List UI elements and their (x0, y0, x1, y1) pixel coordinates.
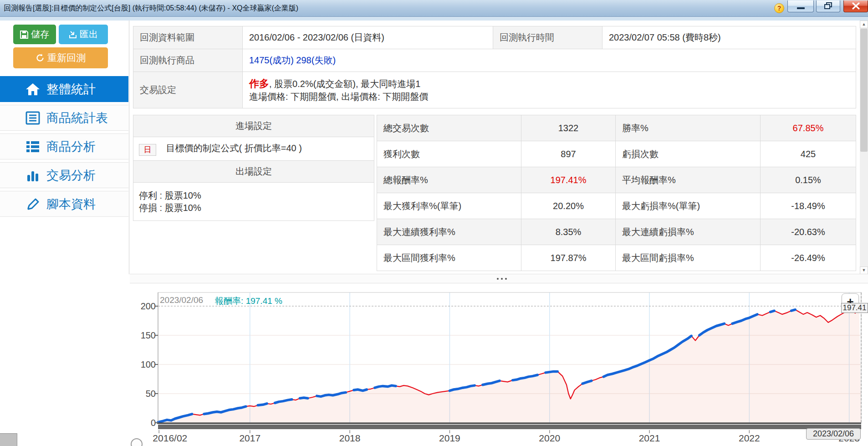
rerun-label: 重新回測 (47, 52, 86, 63)
sidebar-item-label: 整體統計 (46, 81, 96, 97)
trade-settings-rest: , 股票0.2%(成交金額), 最大同時進場1 (269, 79, 420, 89)
panel-splitter[interactable] (130, 274, 868, 283)
y-axis-tick-label: 50 (133, 389, 156, 399)
direction-long: 作多 (249, 78, 269, 89)
stat-label: 總報酬率% (377, 167, 521, 193)
scrollbar-thumb[interactable] (860, 29, 868, 152)
save-label: 儲存 (31, 29, 49, 39)
restore-button[interactable] (816, 0, 840, 12)
overall-stats-table: 總交易次數1322勝率%67.85%獲利次數897虧損次數425總報酬率%197… (377, 115, 856, 271)
window-corner-box (0, 433, 17, 446)
chart-legend: 2023/02/06 報酬率: 197.41 % (160, 295, 282, 307)
products-value: 1475(成功) 298(失敗) (243, 49, 856, 72)
stat-label: 最大區間虧損率% (616, 245, 761, 271)
table-icon (26, 111, 40, 125)
save-button[interactable]: 儲存 (13, 25, 56, 44)
sidebar-item-1[interactable]: 商品統計表 (0, 105, 128, 131)
backtest-report-window: 回測報告[選股]:目標價的制定公式[台股] (執行時間:05:58:44) (未… (0, 0, 868, 446)
stats-row: 最大區間獲利率%197.87%最大區間虧損率%-26.49% (377, 245, 856, 271)
legend-return: 報酬率: 197.41 % (215, 295, 282, 307)
stat-label: 最大區間獲利率% (377, 245, 521, 271)
save-icon (20, 26, 28, 46)
sidebar-divider (129, 21, 129, 274)
bars-icon (26, 169, 40, 182)
sidebar-item-0[interactable]: 整體統計 (0, 76, 128, 102)
sidebar-item-3[interactable]: 交易分析 (0, 162, 128, 188)
stat-label: 虧損次數 (616, 141, 761, 167)
window-inner-strip (0, 17, 868, 21)
list-icon (26, 140, 40, 154)
stat-value: 67.85% (761, 115, 856, 141)
close-button[interactable] (843, 0, 868, 12)
x-axis-tick-label: 2016/02 (143, 433, 197, 444)
stats-row: 最大連續獲利率%8.35%最大連續虧損率%-20.63% (377, 219, 856, 245)
backtest-info-table: 回測資料範圍 2016/02/06 - 2023/02/06 (日資料) 回測執… (133, 26, 856, 108)
stats-row: 總報酬率%197.41%平均報酬率%0.15% (377, 167, 856, 193)
close-icon (844, 0, 868, 11)
stat-label: 平均報酬率% (616, 167, 761, 193)
scroll-down-icon[interactable]: ▼ (860, 267, 868, 274)
y-axis-tick-label: 0 (133, 418, 156, 428)
stat-value: 0.15% (761, 167, 856, 193)
stat-value: 8.35% (521, 219, 616, 245)
products-label: 回測執行商品 (133, 49, 243, 72)
y-axis-tick-label: 150 (133, 330, 156, 341)
stat-value: 197.41% (521, 167, 616, 193)
home-icon (26, 82, 40, 96)
stat-value: -18.49% (761, 193, 856, 219)
stat-value: 197.87% (521, 245, 616, 271)
sidebar-item-2[interactable]: 商品分析 (0, 133, 128, 159)
stat-value: 1322 (521, 115, 616, 141)
x-axis-tick-label: 2021 (622, 433, 677, 444)
range-value: 2016/02/06 - 2023/02/06 (日資料) (243, 26, 493, 49)
sidebar-item-4[interactable]: 腳本資料 (0, 191, 128, 217)
chart-canvas[interactable] (0, 283, 868, 446)
stat-label: 總交易次數 (377, 115, 521, 141)
help-icon[interactable]: ? (774, 3, 784, 13)
x-axis-tick-label: 2017 (223, 433, 277, 444)
y-axis-tick-label: 200 (133, 301, 156, 312)
stats-row: 總交易次數1322勝率%67.85% (377, 115, 856, 141)
stat-value: -20.63% (761, 219, 856, 245)
exec-time-label: 回測執行時間 (493, 26, 602, 49)
y-axis-tick-label: 100 (133, 359, 156, 370)
refresh-icon (36, 49, 45, 70)
daily-period-badge: 日 (139, 144, 156, 156)
current-value-flag: 197.41 (841, 303, 868, 313)
minimize-button[interactable] (787, 0, 814, 12)
trade-settings-label: 交易設定 (133, 72, 243, 108)
export-button[interactable]: 匯出 (59, 25, 108, 44)
stat-value: -26.49% (761, 245, 856, 271)
vertical-scrollbar[interactable]: ▲ ▼ (860, 21, 868, 274)
entry-exit-table: 進場設定 日 目標價的制定公式( 折價比率=40 ) 出場設定 停利 : 股票1… (133, 115, 374, 221)
take-profit: 停利 : 股票10% (139, 190, 374, 202)
exec-time-value: 2023/02/07 05:58 (費時8秒) (602, 26, 856, 49)
legend-date: 2023/02/06 (160, 295, 203, 307)
rerun-backtest-button[interactable]: 重新回測 (13, 47, 108, 68)
stat-label: 最大連續獲利率% (377, 219, 521, 245)
scroll-up-icon[interactable]: ▲ (860, 21, 868, 28)
stop-loss: 停損 : 股票10% (139, 202, 374, 214)
exit-settings-row: 停利 : 股票10% 停損 : 股票10% (133, 183, 374, 221)
sidebar-nav: 整體統計商品統計表商品分析交易分析腳本資料 (0, 76, 128, 220)
stat-label: 勝率% (616, 115, 761, 141)
x-axis-tick-label: 2018 (322, 433, 377, 444)
pencil-icon (26, 197, 40, 211)
stat-label: 最大獲利率%(單筆) (377, 193, 521, 219)
x-axis-tick-label: 2019 (422, 433, 477, 444)
sidebar-item-label: 腳本資料 (46, 196, 96, 212)
stat-label: 最大虧損率%(單筆) (616, 193, 761, 219)
entry-formula-row: 日 目標價的制定公式( 折價比率=40 ) (133, 137, 374, 161)
x-axis-tick-label: 2022 (722, 433, 776, 444)
sidebar-item-label: 交易分析 (46, 167, 96, 184)
stat-label: 最大連續虧損率% (616, 219, 761, 245)
minimize-icon (797, 7, 805, 9)
exit-header: 出場設定 (133, 161, 374, 183)
export-icon (69, 26, 77, 46)
stat-value: 897 (521, 141, 616, 167)
cursor-date-tooltip: 2023/02/06 (806, 428, 861, 440)
stat-value: 20.20% (521, 193, 616, 219)
trade-settings-line2: 進場價格: 下期開盤價, 出場價格: 下期開盤價 (249, 91, 849, 103)
restore-icon (817, 0, 841, 11)
trade-settings-value: 作多, 股票0.2%(成交金額), 最大同時進場1 進場價格: 下期開盤價, 出… (243, 72, 856, 108)
